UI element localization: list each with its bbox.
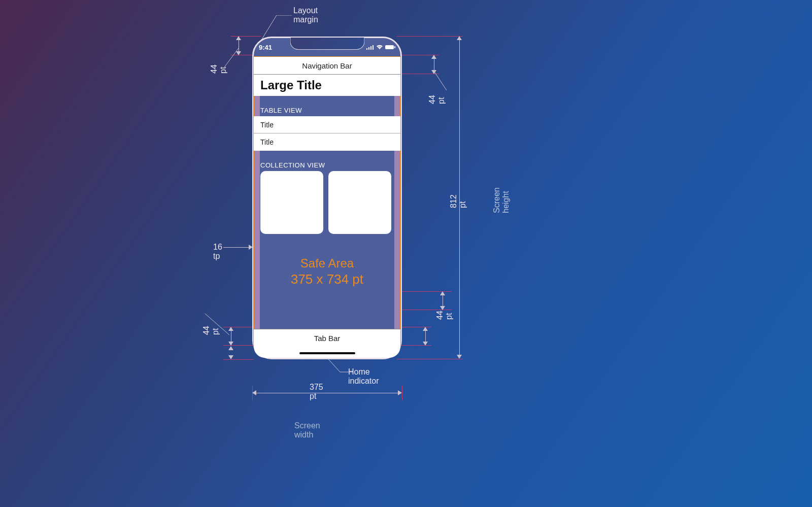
dim-label-width: 375 pt bbox=[310, 383, 323, 401]
arrowhead-icon bbox=[398, 390, 402, 395]
measure-tick bbox=[397, 359, 463, 359]
large-title: Large Title bbox=[254, 75, 400, 96]
collection-item bbox=[328, 171, 391, 234]
svg-rect-5 bbox=[394, 46, 395, 48]
home-indicator bbox=[299, 352, 355, 354]
measure-arrow bbox=[434, 57, 434, 72]
safe-area-line2: 375 x 734 pt bbox=[254, 272, 400, 287]
arrowhead-icon bbox=[457, 355, 462, 359]
status-time: 9:41 bbox=[259, 44, 272, 51]
safe-area-line1: Safe Area bbox=[254, 256, 400, 271]
measure-arrow bbox=[255, 393, 399, 393]
arrowhead-icon bbox=[236, 36, 241, 40]
label-screen-height: Screen height bbox=[492, 187, 511, 213]
table-cell-label: Title bbox=[260, 138, 274, 146]
measure-tick bbox=[223, 359, 254, 360]
svg-rect-1 bbox=[368, 47, 369, 50]
measure-tick bbox=[223, 345, 254, 346]
navigation-bar-label: Navigation Bar bbox=[302, 61, 352, 70]
arrowhead-icon bbox=[440, 291, 445, 295]
table-cell: Title bbox=[254, 116, 400, 133]
dim-label-margin: 16 tp bbox=[213, 243, 222, 261]
home-indicator-area bbox=[254, 347, 400, 358]
navigation-bar: Navigation Bar bbox=[254, 57, 400, 75]
layout-margin-right bbox=[394, 57, 400, 346]
wifi-icon bbox=[376, 45, 383, 50]
table-cell: Title bbox=[254, 133, 400, 151]
collection-view-header: COLLECTION VIEW bbox=[260, 161, 325, 169]
measure-arrow bbox=[223, 247, 251, 248]
arrowhead-icon bbox=[440, 306, 445, 310]
arrowhead-icon bbox=[228, 342, 233, 346]
svg-rect-3 bbox=[373, 45, 374, 50]
table-cell-label: Title bbox=[260, 121, 274, 129]
tab-bar-label: Tab Bar bbox=[314, 334, 341, 343]
label-screen-width: Screen width bbox=[294, 421, 320, 440]
signal-icon bbox=[366, 45, 374, 50]
leader-line bbox=[212, 48, 240, 76]
label-layout-margin: Layout margin bbox=[293, 6, 318, 24]
svg-rect-0 bbox=[366, 48, 367, 50]
diagram-canvas: 44 pt 44 pt 812 pt Screen height 44 pt 4… bbox=[0, 0, 812, 507]
battery-icon bbox=[385, 45, 395, 50]
arrowhead-icon bbox=[431, 55, 436, 59]
layout-margin-left bbox=[254, 57, 260, 346]
status-bar: 9:41 bbox=[259, 42, 395, 52]
arrowhead-icon bbox=[228, 355, 233, 359]
measure-tick bbox=[397, 36, 463, 37]
status-icons bbox=[366, 45, 395, 50]
measure-tick bbox=[402, 386, 402, 400]
svg-rect-4 bbox=[385, 45, 394, 49]
arrowhead-icon bbox=[423, 342, 428, 346]
dim-label-tabbar: 44 pt bbox=[435, 311, 454, 320]
leader-line bbox=[434, 71, 454, 99]
safe-area-text: Safe Area 375 x 734 pt bbox=[254, 256, 400, 287]
arrowhead-icon bbox=[457, 36, 462, 40]
svg-rect-2 bbox=[370, 46, 371, 50]
arrowhead-icon bbox=[228, 346, 233, 350]
table-view-header: TABLE VIEW bbox=[260, 107, 302, 114]
measure-arrow bbox=[425, 329, 426, 343]
collection-item bbox=[260, 171, 323, 234]
dim-label-height: 812 pt bbox=[449, 194, 467, 208]
phone-frame: 9:41 Navigation Bar Large Title TABLE VI… bbox=[252, 37, 402, 359]
measure-arrow bbox=[443, 294, 443, 308]
tab-bar: Tab Bar bbox=[254, 329, 400, 347]
arrowhead-icon bbox=[423, 327, 428, 331]
large-title-label: Large Title bbox=[260, 78, 322, 92]
leader-line bbox=[205, 314, 233, 336]
label-home-indicator: Home indicator bbox=[348, 367, 379, 386]
arrowhead-icon bbox=[252, 390, 256, 395]
